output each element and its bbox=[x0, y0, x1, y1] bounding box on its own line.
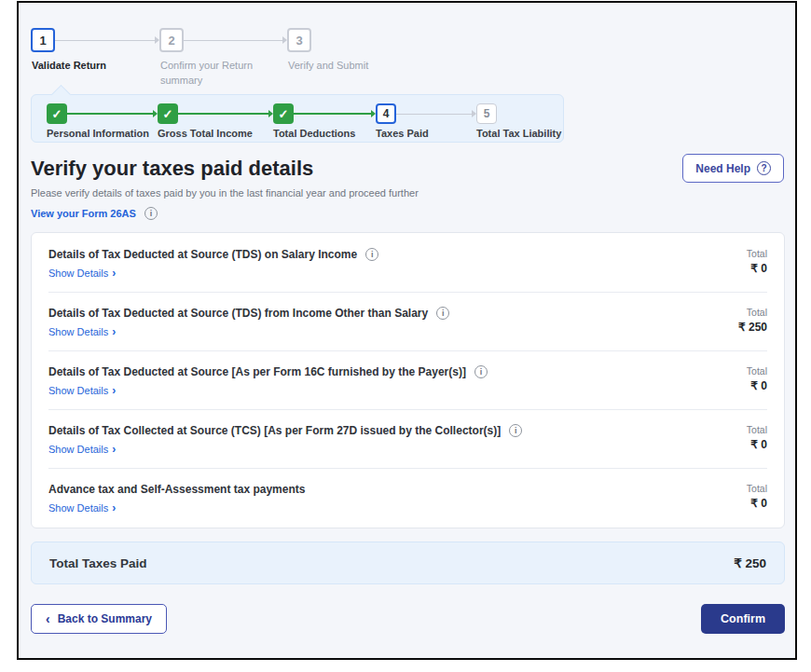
stepper-connector-arrow bbox=[67, 103, 158, 124]
show-details-label: Show Details bbox=[48, 267, 108, 279]
total-amount: ₹ 0 bbox=[747, 379, 767, 392]
tax-detail-row: Advance tax and Self-Assessment tax paym… bbox=[32, 469, 784, 527]
total-taxes-paid-label: Total Taxes Paid bbox=[49, 556, 147, 570]
sub-step-label: Total Deductions bbox=[273, 128, 355, 139]
stepper-connector-arrow bbox=[396, 103, 476, 124]
tax-detail-row: Details of Tax Deducted at Source [As pe… bbox=[32, 351, 784, 409]
taxes-paid-card: Details of Tax Deducted at Source (TDS) … bbox=[31, 232, 785, 528]
chevron-right-icon: › bbox=[112, 501, 116, 514]
show-details-link[interactable]: Show Details › bbox=[48, 325, 116, 338]
sub-step-label: Taxes Paid bbox=[376, 128, 429, 139]
sub-stepper-step: ✓ Personal Information bbox=[47, 103, 158, 124]
total-amount: ₹ 0 bbox=[747, 438, 767, 451]
back-to-summary-button[interactable]: ‹ Back to Summary bbox=[31, 604, 167, 634]
tax-row-left: Advance tax and Self-Assessment tax paym… bbox=[48, 483, 305, 515]
show-details-label: Show Details bbox=[48, 444, 108, 455]
show-details-label: Show Details bbox=[48, 502, 108, 514]
info-icon[interactable]: i bbox=[144, 207, 158, 220]
sub-step-node[interactable]: ✓ 4 bbox=[376, 103, 396, 124]
main-stepper-step: 1 Validate Return bbox=[31, 28, 159, 86]
sub-step-node[interactable]: ✓ 5 bbox=[476, 103, 497, 124]
page-title: Verify your taxes paid details bbox=[31, 157, 785, 181]
sub-step-node[interactable]: ✓ bbox=[47, 103, 67, 124]
footer-actions: ‹ Back to Summary Confirm bbox=[31, 604, 785, 634]
tax-detail-row: Details of Tax Deducted at Source (TDS) … bbox=[32, 234, 784, 292]
info-icon[interactable]: i bbox=[365, 248, 378, 261]
step-label: Confirm your Return summary bbox=[160, 59, 274, 89]
sub-step-label: Personal Information bbox=[47, 128, 149, 139]
sub-step-node[interactable]: ✓ bbox=[158, 103, 178, 124]
section-stepper: ✓ Personal Information ✓ Gross Total Inc… bbox=[47, 103, 563, 124]
show-details-link[interactable]: Show Details › bbox=[48, 384, 116, 397]
tax-detail-row: Details of Tax Collected at Source (TCS)… bbox=[32, 410, 784, 468]
sub-stepper-step: ✓ 5 Total Tax Liability bbox=[476, 103, 497, 124]
info-icon[interactable]: i bbox=[509, 424, 522, 437]
sub-stepper-step: ✓ 4 Taxes Paid bbox=[376, 103, 476, 124]
step-number: 2 bbox=[168, 34, 174, 48]
step-number-box: 1 bbox=[31, 28, 55, 52]
check-icon: ✓ bbox=[279, 108, 289, 120]
step-label: Verify and Submit bbox=[288, 59, 402, 74]
view-form-26as-link[interactable]: View your Form 26AS bbox=[31, 208, 136, 219]
info-icon[interactable]: i bbox=[474, 365, 488, 378]
check-icon: ✓ bbox=[163, 108, 173, 120]
chevron-right-icon: › bbox=[112, 384, 116, 397]
tax-row-left: Details of Tax Deducted at Source [As pe… bbox=[48, 365, 488, 398]
total-amount: ₹ 0 bbox=[747, 262, 767, 275]
tax-row-title: Advance tax and Self-Assessment tax paym… bbox=[48, 483, 305, 496]
step-number-box: 3 bbox=[287, 28, 311, 52]
confirm-button[interactable]: Confirm bbox=[701, 604, 785, 634]
main-stepper-step: 3 Verify and Submit bbox=[287, 28, 311, 86]
step-label: Validate Return bbox=[32, 59, 145, 74]
help-icon: ? bbox=[757, 161, 771, 175]
tax-row-left: Details of Tax Deducted at Source (TDS) … bbox=[48, 248, 378, 281]
total-label: Total bbox=[747, 248, 767, 259]
show-details-link[interactable]: Show Details › bbox=[48, 267, 116, 280]
tax-detail-row: Details of Tax Deducted at Source (TDS) … bbox=[32, 293, 784, 350]
chevron-right-icon: › bbox=[112, 443, 116, 456]
tax-row-title: Details of Tax Deducted at Source [As pe… bbox=[48, 365, 466, 378]
sub-step-node[interactable]: ✓ bbox=[273, 103, 294, 124]
tax-row-total: Total ₹ 0 bbox=[747, 483, 767, 510]
form-26as-row: View your Form 26AS i bbox=[31, 207, 785, 220]
total-label: Total bbox=[747, 483, 767, 494]
tax-row-left: Details of Tax Deducted at Source (TDS) … bbox=[48, 307, 449, 339]
show-details-link[interactable]: Show Details › bbox=[48, 501, 116, 514]
tax-row-total: Total ₹ 0 bbox=[747, 424, 767, 451]
chevron-right-icon: › bbox=[112, 325, 116, 338]
show-details-link[interactable]: Show Details › bbox=[48, 443, 116, 456]
total-label: Total bbox=[738, 307, 767, 318]
chevron-left-icon: ‹ bbox=[46, 612, 50, 625]
section-stepper-panel: ✓ Personal Information ✓ Gross Total Inc… bbox=[31, 94, 564, 143]
total-amount: ₹ 0 bbox=[747, 497, 767, 510]
tax-row-title: Details of Tax Deducted at Source (TDS) … bbox=[48, 248, 357, 261]
show-details-label: Show Details bbox=[48, 385, 108, 396]
tax-row-total: Total ₹ 0 bbox=[747, 248, 767, 275]
main-stepper-step: 2 Confirm your Return summary bbox=[159, 28, 287, 86]
total-taxes-paid-amount: ₹ 250 bbox=[734, 555, 766, 570]
sub-step-number: 4 bbox=[383, 107, 390, 120]
total-amount: ₹ 250 bbox=[738, 321, 767, 334]
tax-row-title: Details of Tax Collected at Source (TCS)… bbox=[48, 424, 501, 437]
need-help-button[interactable]: Need Help ? bbox=[682, 154, 784, 183]
back-button-label: Back to Summary bbox=[58, 612, 152, 625]
stepper-connector-arrow bbox=[294, 103, 376, 124]
total-label: Total bbox=[747, 424, 767, 435]
tax-row-total: Total ₹ 250 bbox=[738, 307, 767, 334]
show-details-label: Show Details bbox=[48, 326, 108, 337]
main-stepper: 1 Validate Return 2 Confirm your Return … bbox=[31, 28, 785, 86]
total-label: Total bbox=[747, 365, 767, 377]
page-subtitle: Please verify details of taxes paid by y… bbox=[31, 187, 785, 199]
step-number: 1 bbox=[39, 34, 46, 48]
sub-step-number: 5 bbox=[484, 107, 490, 120]
need-help-label: Need Help bbox=[695, 162, 750, 175]
stepper-connector-arrow bbox=[55, 28, 159, 52]
tax-row-total: Total ₹ 0 bbox=[747, 365, 767, 392]
info-icon[interactable]: i bbox=[436, 307, 449, 320]
total-taxes-paid-bar: Total Taxes Paid ₹ 250 bbox=[31, 542, 785, 584]
step-number: 3 bbox=[296, 34, 302, 48]
chevron-right-icon: › bbox=[112, 267, 116, 280]
check-icon: ✓ bbox=[52, 108, 62, 120]
page-content: 1 Validate Return 2 Confirm your Return … bbox=[19, 3, 795, 634]
sub-stepper-step: ✓ Gross Total Income bbox=[158, 103, 273, 124]
